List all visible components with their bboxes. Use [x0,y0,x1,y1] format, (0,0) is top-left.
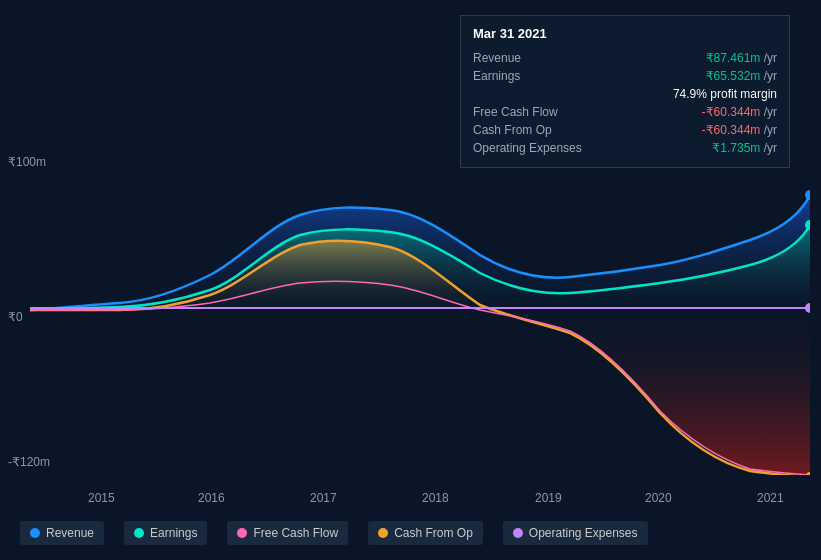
tooltip-panel: Mar 31 2021 Revenue ₹87.461m /yr Earning… [460,15,790,168]
tooltip-fcf-label: Free Cash Flow [473,103,628,121]
legend-label-opex: Operating Expenses [529,526,638,540]
tooltip-profit-margin-row: 74.9% profit margin [473,85,777,103]
revenue-dot [805,190,810,200]
x-label-2020: 2020 [645,491,672,505]
tooltip-fcf-row: Free Cash Flow -₹60.344m /yr [473,103,777,121]
tooltip-opex-label: Operating Expenses [473,139,628,157]
tooltip-earnings-label: Earnings [473,67,628,85]
legend-opex: Operating Expenses [503,521,648,545]
legend-dot-cashfromop [378,528,388,538]
tooltip-opex-value: ₹1.735m /yr [628,139,777,157]
x-label-2015: 2015 [88,491,115,505]
tooltip-fcf-value: -₹60.344m /yr [628,103,777,121]
tooltip-revenue-label: Revenue [473,49,628,67]
legend-dot-fcf [237,528,247,538]
legend-label-fcf: Free Cash Flow [253,526,338,540]
x-label-2019: 2019 [535,491,562,505]
tooltip-opex-row: Operating Expenses ₹1.735m /yr [473,139,777,157]
tooltip-date: Mar 31 2021 [473,26,777,41]
tooltip-revenue-row: Revenue ₹87.461m /yr [473,49,777,67]
legend-dot-opex [513,528,523,538]
x-label-2016: 2016 [198,491,225,505]
legend-earnings: Earnings [124,521,207,545]
legend-fcf: Free Cash Flow [227,521,348,545]
chart-svg [30,155,810,475]
tooltip-earnings-value: ₹65.532m /yr [628,67,777,85]
y-label-zero: ₹0 [8,310,23,324]
legend-label-cashfromop: Cash From Op [394,526,473,540]
x-label-2018: 2018 [422,491,449,505]
chart-container: Mar 31 2021 Revenue ₹87.461m /yr Earning… [0,0,821,560]
tooltip-earnings-row: Earnings ₹65.532m /yr [473,67,777,85]
legend: Revenue Earnings Free Cash Flow Cash Fro… [20,521,648,545]
legend-dot-revenue [30,528,40,538]
legend-revenue: Revenue [20,521,104,545]
tooltip-table: Revenue ₹87.461m /yr Earnings ₹65.532m /… [473,49,777,157]
legend-label-revenue: Revenue [46,526,94,540]
tooltip-cashfromop-value: -₹60.344m /yr [628,121,777,139]
tooltip-cashfromop-label: Cash From Op [473,121,628,139]
legend-cashfromop: Cash From Op [368,521,483,545]
x-label-2021: 2021 [757,491,784,505]
legend-label-earnings: Earnings [150,526,197,540]
x-label-2017: 2017 [310,491,337,505]
tooltip-profit-margin: 74.9% profit margin [673,87,777,101]
tooltip-cashfromop-row: Cash From Op -₹60.344m /yr [473,121,777,139]
legend-dot-earnings [134,528,144,538]
tooltip-revenue-value: ₹87.461m /yr [628,49,777,67]
